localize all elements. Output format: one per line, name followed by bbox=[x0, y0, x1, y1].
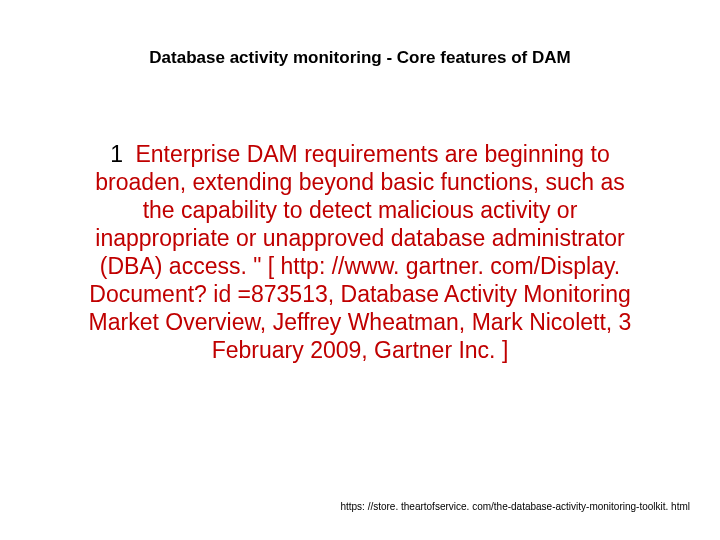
body-paragraph: Enterprise DAM requirements are beginnin… bbox=[89, 141, 632, 363]
footer-url: https: //store. theartofservice. com/the… bbox=[340, 501, 690, 512]
slide-title: Database activity monitoring - Core feat… bbox=[0, 48, 720, 68]
slide-body: 1 Enterprise DAM requirements are beginn… bbox=[80, 140, 640, 364]
bullet-marker: 1 bbox=[110, 140, 123, 168]
slide: Database activity monitoring - Core feat… bbox=[0, 0, 720, 540]
